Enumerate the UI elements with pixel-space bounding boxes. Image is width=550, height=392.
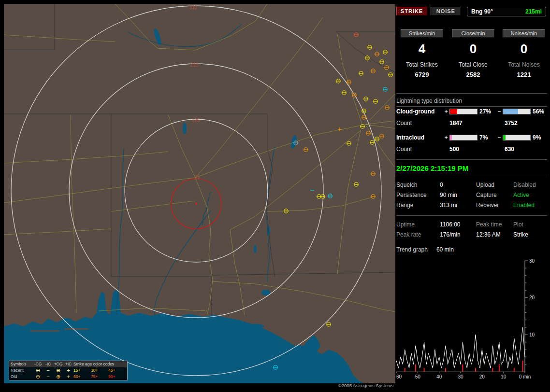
- trend-window-value: 60 min: [436, 246, 454, 253]
- age-code-30: 30+: [91, 367, 108, 374]
- strike-mode-button[interactable]: STRIKE: [396, 7, 427, 15]
- noises-per-min-button[interactable]: Noises/min: [503, 29, 545, 38]
- trend-graph: 102030 6050403020100 min: [395, 257, 548, 385]
- age-code-75: 75+: [91, 374, 108, 380]
- cg-plus-count: 1847: [449, 120, 505, 126]
- map-canvas[interactable]: 313 219 125 31 ©2005 Astrogenic Systems: [4, 4, 395, 388]
- lightning-map[interactable]: 313 219 125 31 ©2005 Astrogenic Systems …: [4, 4, 395, 388]
- cloud-ground-label: Cloud-ground: [396, 108, 443, 115]
- count-label: Count: [396, 146, 449, 153]
- total-close-label: Total Close: [448, 61, 499, 68]
- squelch-value: 0: [440, 182, 476, 188]
- separator: [396, 215, 547, 216]
- strikes-per-min-button[interactable]: Strikes/min: [401, 29, 443, 38]
- capture-label: Capture: [476, 192, 513, 198]
- plot-label: Plot: [513, 221, 549, 228]
- trend-graph-label: Trend graph: [396, 246, 428, 253]
- total-noises-value: 1221: [499, 71, 549, 78]
- nexstorm-window: 313 219 125 31 ©2005 Astrogenic Systems …: [0, 0, 550, 392]
- bearing-value: Bng 90°: [471, 8, 493, 15]
- plus-sign: +: [443, 134, 449, 141]
- peak-rate-label: Peak rate: [396, 231, 440, 238]
- ring-label-313: 313: [189, 5, 198, 10]
- neg-ic-icon: −: [43, 367, 53, 374]
- peak-time-value: 12:36 AM: [476, 231, 513, 238]
- range-value: 313 mi: [440, 202, 476, 209]
- legend-old-label: Old: [11, 374, 33, 380]
- total-close-value: 2582: [448, 71, 499, 78]
- barrier-island: [64, 328, 88, 330]
- noise-mode-button[interactable]: NOISE: [431, 7, 461, 15]
- plus-sign: +: [443, 108, 449, 115]
- receiver-label: Receiver: [476, 202, 513, 209]
- svg-text:10: 10: [501, 374, 507, 379]
- datetime-display: 2/27/2026 2:15:19 PM: [396, 164, 468, 172]
- peak-time-label: Peak time: [476, 221, 513, 228]
- upload-label: Upload: [476, 182, 513, 188]
- map-legend: Symbols -CG -IC +CG +IC Strike age color…: [9, 361, 128, 380]
- age-code-45: 45+: [108, 367, 126, 374]
- legend-recent-label: Recent: [11, 367, 33, 374]
- copyright-text: ©2005 Astrogenic Systems: [338, 383, 393, 388]
- total-strikes-value: 6729: [396, 71, 448, 78]
- svg-text:10: 10: [529, 332, 535, 337]
- range-label: Range: [396, 202, 440, 209]
- sensor-location-dot: [195, 203, 197, 205]
- ring-label-125: 125: [192, 118, 200, 123]
- ic-plus-percent: 7%: [478, 134, 496, 141]
- cg-minus-bar: [503, 109, 531, 114]
- trend-y-ticks: 102030: [525, 258, 535, 364]
- ring-label-31: 31: [194, 175, 200, 180]
- legend-col-pic: +IC: [63, 361, 73, 367]
- strikes-per-min-value: 4: [396, 42, 448, 56]
- neg-cg-icon: ⊖: [33, 367, 43, 374]
- neg-cg-icon: ⊖: [33, 374, 43, 380]
- svg-text:60: 60: [396, 374, 402, 379]
- ic-plus-count: 500: [449, 146, 505, 153]
- cg-minus-percent: 56%: [531, 108, 547, 115]
- close-per-min-button[interactable]: Close/min: [452, 29, 494, 38]
- ic-plus-bar: [449, 135, 478, 140]
- total-noises-label: Total Noises: [499, 61, 549, 68]
- cg-plus-percent: 27%: [478, 108, 496, 115]
- noises-per-min-value: 0: [499, 42, 549, 56]
- plot-type-value: Strike: [513, 231, 549, 238]
- age-code-60: 60+: [73, 374, 91, 380]
- legend-col-ncg: -CG: [33, 361, 43, 367]
- age-code-90: 90+: [108, 374, 126, 380]
- trend-close-bars: [405, 361, 523, 372]
- pos-cg-icon: ⊕: [53, 367, 63, 374]
- uptime-value: 1106:00: [440, 221, 476, 228]
- total-strikes-label: Total Strikes: [396, 61, 448, 68]
- persistence-value: 90 min: [440, 192, 476, 198]
- upload-status: Disabled: [513, 182, 549, 188]
- bearing-distance-readout: Bng 90° 215mi: [467, 7, 546, 16]
- neg-ic-icon: −: [43, 374, 53, 380]
- legend-col-pcg: +CG: [53, 361, 63, 367]
- ic-minus-percent: 9%: [531, 134, 547, 141]
- cg-plus-bar: [449, 109, 478, 114]
- barrier-island: [30, 330, 59, 332]
- pos-ic-icon: +: [63, 367, 73, 374]
- legend-symbols-header: Symbols: [11, 361, 33, 367]
- distance-value: 215mi: [525, 8, 542, 15]
- svg-text:20: 20: [529, 295, 535, 300]
- trend-x-ticks: 6050403020100 min: [396, 372, 531, 379]
- svg-text:20: 20: [479, 374, 485, 379]
- separator: [396, 93, 547, 94]
- count-label: Count: [396, 120, 449, 126]
- ic-minus-count: 630: [505, 146, 549, 153]
- capture-status: Active: [513, 192, 549, 198]
- map-bottom-strip: [4, 383, 395, 388]
- ring-label-219: 219: [190, 62, 199, 68]
- age-code-15: 15+: [73, 367, 91, 374]
- legend-age-header: Strike age color codes: [73, 361, 126, 367]
- svg-text:30: 30: [529, 258, 535, 264]
- separator: [396, 159, 547, 160]
- squelch-label: Squelch: [396, 182, 440, 188]
- peak-rate-value: 176/min: [440, 231, 476, 238]
- intracloud-label: Intracloud: [396, 134, 443, 141]
- minus-sign: −: [496, 134, 503, 141]
- minus-sign: −: [496, 108, 503, 115]
- uptime-label: Uptime: [396, 221, 440, 228]
